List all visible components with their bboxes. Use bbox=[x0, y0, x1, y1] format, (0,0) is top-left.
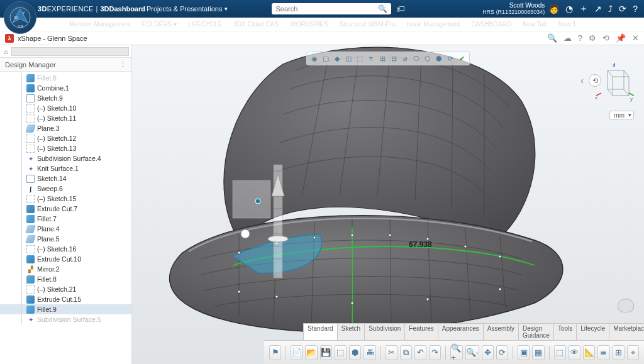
bb-inspect-icon[interactable]: 👁 bbox=[569, 345, 580, 360]
canvas[interactable]: 67.938 ◉ ▢ ◆ ◫ ⬚ ≡ ⊞ ⊟ ⌀ ⎔ ⬡ ⬢ ⟳ ✔ ‹ ⟲ bbox=[132, 45, 644, 364]
tree-item[interactable]: Fillet.8 bbox=[0, 274, 131, 284]
view-cube[interactable]: z x y bbox=[595, 63, 634, 102]
bb-print-icon[interactable]: 🖶 bbox=[364, 345, 375, 360]
bb-new-icon[interactable]: 📄 bbox=[291, 345, 303, 360]
panel-menu-icon[interactable]: ⋮ bbox=[119, 60, 126, 69]
avatar-icon[interactable]: 🧑 bbox=[548, 4, 559, 14]
pin-icon[interactable]: 📌 bbox=[616, 33, 626, 43]
qf-icon[interactable]: ≡ bbox=[366, 53, 376, 63]
qf-icon[interactable]: ✔ bbox=[457, 53, 467, 63]
bottom-tab[interactable]: Sketch bbox=[337, 323, 365, 340]
context-label[interactable]: Projects & Presentations bbox=[147, 5, 222, 13]
bottom-tab[interactable]: Features bbox=[404, 323, 438, 340]
tree-item[interactable]: Sketch.9 bbox=[0, 93, 131, 103]
help-icon[interactable]: ? bbox=[633, 4, 638, 14]
tree-item[interactable]: Extrude Cut.15 bbox=[0, 294, 131, 304]
bottom-tab[interactable]: Design Guidance bbox=[518, 323, 554, 340]
bb-redo-icon[interactable]: ↷ bbox=[429, 345, 441, 360]
tree-item[interactable]: Extrude Cut.7 bbox=[0, 204, 131, 214]
dashboard-tab[interactable]: 3DX Cloud CAS bbox=[233, 21, 279, 28]
bottom-tab[interactable]: Subdivision bbox=[364, 323, 405, 340]
bb-layers-icon[interactable]: ≣ bbox=[597, 345, 609, 360]
dashboard-tab[interactable]: WORKSPIES bbox=[290, 21, 328, 28]
dashboard-tab[interactable]: FOLDERS ▾ bbox=[142, 21, 177, 28]
qf-icon[interactable]: ⬡ bbox=[423, 53, 433, 63]
tree-item[interactable]: (–) Sketch.12 bbox=[0, 133, 131, 143]
qf-icon[interactable]: ⬚ bbox=[355, 53, 365, 63]
tree-item[interactable]: (–) Sketch.13 bbox=[0, 143, 131, 153]
collab-icon[interactable]: ⤴ bbox=[608, 4, 613, 14]
bb-save-icon[interactable]: 💾 bbox=[320, 345, 332, 360]
share-icon[interactable]: ↗ bbox=[594, 4, 602, 14]
add-icon[interactable]: ＋ bbox=[579, 3, 588, 14]
qf-icon[interactable]: ◆ bbox=[332, 53, 342, 63]
bottom-tab[interactable]: Marketplace bbox=[609, 323, 644, 340]
bb-pan-icon[interactable]: ✥ bbox=[482, 345, 494, 360]
compass-icon[interactable]: 3D V V.R bbox=[4, 1, 36, 34]
bb-shade-icon[interactable]: ▣ bbox=[518, 345, 530, 360]
dashboard-tab[interactable]: New 1 bbox=[558, 21, 576, 28]
dashboard-tab[interactable]: LIFECYCLE bbox=[188, 21, 222, 28]
notification-icon[interactable]: ◔ bbox=[565, 4, 573, 14]
bb-flag-icon[interactable]: ⚑ bbox=[269, 345, 281, 360]
wifi-icon[interactable]: ⟳ bbox=[619, 4, 626, 14]
qf-icon[interactable]: ⟳ bbox=[445, 53, 455, 63]
tree-item[interactable]: ∫Sweep.6 bbox=[0, 184, 131, 194]
vr-helmet-icon[interactable] bbox=[618, 299, 634, 312]
tree-item[interactable]: Combine.1 bbox=[0, 83, 131, 93]
global-search[interactable]: 🔍 bbox=[272, 3, 391, 14]
search-app-icon[interactable]: 🔍 bbox=[547, 33, 557, 43]
bb-undo-icon[interactable]: ↶ bbox=[414, 345, 426, 360]
bb-rotate-icon[interactable]: ⟳ bbox=[496, 345, 508, 360]
bottom-tab[interactable]: Lifecycle bbox=[576, 323, 609, 340]
tree-item[interactable]: ✦Knit Surface.1 bbox=[0, 163, 131, 174]
cloud-icon[interactable]: ☁ bbox=[564, 33, 572, 43]
tree-item[interactable]: (–) Sketch.11 bbox=[0, 113, 131, 123]
tree-item[interactable]: ▞Mirror.2 bbox=[0, 264, 131, 274]
tree-item[interactable]: (–) Sketch.10 bbox=[0, 103, 131, 113]
search-icon[interactable]: 🔍 bbox=[374, 4, 391, 13]
bottom-tab[interactable]: Standard bbox=[303, 323, 338, 340]
units-select[interactable]: mm bbox=[609, 111, 634, 120]
help-app-icon[interactable]: ? bbox=[578, 33, 582, 43]
tree-item[interactable]: (–) Sketch.15 bbox=[0, 194, 131, 204]
dashboard-tab[interactable]: Issue Management bbox=[407, 21, 460, 28]
tree-item[interactable]: ✦Subdivision Surface.4 bbox=[0, 153, 131, 163]
tree-item[interactable]: Extrude Cut.10 bbox=[0, 254, 131, 264]
tree-item[interactable]: ✦Subdivision Surface.5 bbox=[0, 314, 131, 324]
bb-copy-icon[interactable]: ⧉ bbox=[400, 345, 412, 360]
bottom-tab[interactable]: Tools bbox=[553, 323, 577, 340]
bb-snap-icon[interactable]: ⌖ bbox=[627, 345, 639, 360]
context-dropdown-icon[interactable]: ▾ bbox=[225, 6, 228, 12]
bb-cube-icon[interactable]: ▦ bbox=[532, 345, 544, 360]
tree-filter-strip[interactable] bbox=[11, 47, 129, 56]
settings-icon[interactable]: ⚙ bbox=[589, 33, 596, 43]
bb-open-icon[interactable]: 📂 bbox=[305, 345, 317, 360]
bb-zoomout-icon[interactable]: 🔍- bbox=[465, 345, 479, 360]
dashboard-tab[interactable]: New Tab bbox=[523, 21, 547, 28]
feature-tree[interactable]: Fillet.6Combine.1Sketch.9(–) Sketch.10(–… bbox=[0, 72, 131, 364]
bb-part-icon[interactable]: ⬚ bbox=[335, 345, 347, 360]
bb-select-icon[interactable]: ⬚ bbox=[554, 345, 566, 360]
dashboard-tab[interactable]: DASHBOARD bbox=[472, 21, 511, 28]
close-icon[interactable]: ✕ bbox=[632, 33, 639, 43]
qf-icon[interactable]: ◉ bbox=[309, 53, 319, 63]
search-input[interactable] bbox=[272, 5, 374, 13]
tree-mode-icon[interactable]: ⌂ bbox=[0, 48, 11, 55]
tree-item[interactable]: Sketch.14 bbox=[0, 174, 131, 184]
bb-measure-icon[interactable]: 📐 bbox=[583, 345, 595, 360]
bb-zoomin-icon[interactable]: 🔍+ bbox=[450, 345, 462, 360]
qf-icon[interactable]: ⌀ bbox=[400, 53, 410, 63]
refresh-icon[interactable]: ⟲ bbox=[602, 33, 609, 43]
tree-item[interactable]: Fillet.7 bbox=[0, 214, 131, 224]
tree-item[interactable]: Fillet.6 bbox=[0, 73, 131, 83]
prev-view-icon[interactable]: ‹ bbox=[580, 75, 584, 85]
qf-icon[interactable]: ⊟ bbox=[389, 53, 399, 63]
dashboard-tab[interactable]: Structural WSM-Pro bbox=[340, 21, 396, 28]
tree-item[interactable]: (–) Sketch.16 bbox=[0, 244, 131, 254]
bb-cut-icon[interactable]: ✂ bbox=[385, 345, 397, 360]
tree-item[interactable]: Plane.4 bbox=[0, 224, 131, 234]
bottom-tab[interactable]: Appearances bbox=[438, 323, 484, 340]
dashboard-tab[interactable]: Member Management bbox=[69, 21, 131, 28]
qf-icon[interactable]: ⬢ bbox=[434, 53, 444, 63]
